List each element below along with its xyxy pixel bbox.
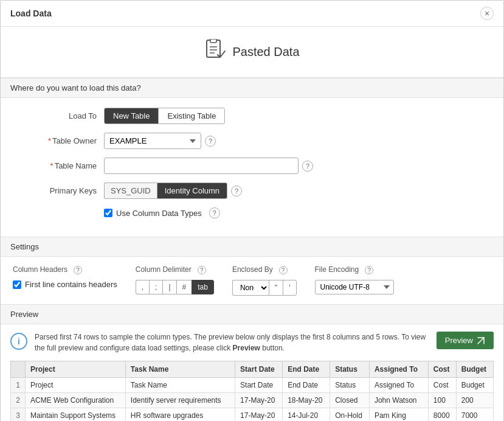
row-3-budget: 7000 [456,408,493,422]
table-row: 2 ACME Web Configuration Identify server… [11,393,494,408]
use-column-data-types-help-icon[interactable]: ? [209,207,220,218]
table-owner-required: * [48,136,51,145]
use-column-data-types-checkbox[interactable] [104,209,112,217]
row-2-taskname: Identify server requirements [125,393,235,408]
enclosed-dquote-btn[interactable]: " [269,280,283,296]
row-1-status: Status [330,378,370,393]
enclosed-select[interactable]: None " ' [232,280,269,296]
row-1-budget: Budget [456,378,493,393]
col-header-budget: Budget [456,361,493,378]
col-header-status: Status [330,361,370,378]
preview-info-text: Parsed first 74 rows to sample the colum… [35,332,429,353]
pasted-data-header: Pasted Data [1,27,503,78]
column-headers-checkbox-label: First line contains headers [25,280,117,289]
primary-keys-help-icon[interactable]: ? [231,186,242,197]
col-header-taskname: Task Name [125,361,235,378]
column-headers-help-icon[interactable]: ? [74,266,82,274]
primary-keys-group: SYS_GUID Identity Column [104,183,227,199]
use-column-data-types-checkbox-row: Use Column Data Types ? [104,207,220,218]
preview-button[interactable]: Preview [437,332,494,349]
close-button[interactable]: × [480,7,494,20]
row-3-num: 3 [11,408,26,422]
row-1-taskname: Task Name [125,378,235,393]
enclosed-group: None " ' " ' [232,280,297,296]
pasted-data-title: Pasted Data [232,45,299,59]
enclosed-squote-btn[interactable]: ' [283,280,296,296]
load-data-dialog: Load Data × Pasted Data Where do you wan… [0,0,504,421]
preview-info-box: i Parsed first 74 rows to sample the col… [10,332,494,353]
delim-hash[interactable]: # [176,280,192,294]
form-section: Load To New Table Existing Table *Table … [1,98,503,237]
col-header-project: Project [26,361,126,378]
file-encoding-label-row: File Encoding ? [315,265,394,275]
load-to-tab-group: New Table Existing Table [104,108,225,124]
pk-sys-guid: SYS_GUID [104,183,157,199]
row-2-project: ACME Web Configuration [26,393,126,408]
row-3-assignedto: Pam King [369,408,428,422]
table-name-help-icon[interactable]: ? [302,161,313,172]
delim-tab[interactable]: tab [192,280,214,294]
pasted-data-icon [204,39,226,65]
preview-table: Project Task Name Start Date End Date St… [10,361,494,421]
pk-identity-column-btn[interactable]: Identity Column [157,183,227,199]
col-header-assignedto: Assigned To [369,361,428,378]
enclosed-by-help-icon[interactable]: ? [279,266,288,274]
row-3-project: Maintain Support Systems [26,408,126,422]
column-delimiter-label: Column Delimiter [136,265,192,274]
settings-section-label: Settings [10,242,39,251]
load-to-label: Load To [13,111,104,120]
delim-comma[interactable]: , [136,280,149,294]
dialog-title: Load Data [10,9,52,18]
row-1-cost: Cost [428,378,456,393]
use-column-data-types-label: Use Column Data Types [116,209,202,218]
row-3-taskname: HR software upgrades [125,408,235,422]
svg-rect-1 [210,39,216,43]
primary-keys-row: Primary Keys SYS_GUID Identity Column ? [13,183,491,199]
row-2-assignedto: John Watson [369,393,428,408]
preview-inner: i Parsed first 74 rows to sample the col… [1,324,503,421]
column-headers-checkbox[interactable] [13,280,21,289]
where-section-bar: Where do you want to load this data? [1,78,503,98]
row-3-status: On-Hold [330,408,370,422]
row-3-cost: 8000 [428,408,456,422]
col-header-rownum [11,361,26,378]
table-name-input[interactable] [104,158,299,174]
file-encoding-col: File Encoding ? Unicode UTF-8 ASCII UTF-… [315,265,394,294]
row-1-startdate: Start Date [235,378,283,393]
column-headers-label-row: Column Headers ? [13,265,117,275]
table-owner-help-icon[interactable]: ? [205,136,216,147]
existing-table-tab[interactable]: Existing Table [159,108,224,124]
row-2-enddate: 18-May-20 [283,393,330,408]
row-2-budget: 200 [456,393,493,408]
info-icon: i [10,333,27,350]
preview-bold: Preview [233,344,260,352]
table-owner-label: *Table Owner [13,136,104,145]
enclosed-by-label-row: Enclosed By ? [232,265,297,275]
table-name-row: *Table Name ? [13,158,491,174]
table-owner-select[interactable]: EXAMPLE PUBLIC SYSTEM [104,133,201,149]
file-encoding-label: File Encoding [315,265,359,274]
column-headers-label: Column Headers [13,265,67,274]
dialog-title-bar: Load Data × [1,1,503,27]
row-3-enddate: 14-Jul-20 [283,408,330,422]
table-row: 1 Project Task Name Start Date End Date … [11,378,494,393]
settings-section-bar: Settings [1,237,503,257]
enclosed-by-label: Enclosed By [232,265,273,274]
column-delimiter-help-icon[interactable]: ? [198,266,206,274]
file-encoding-select[interactable]: Unicode UTF-8 ASCII UTF-16 [315,280,394,294]
settings-grid: Column Headers ? First line contains hea… [13,265,491,296]
file-encoding-help-icon[interactable]: ? [365,266,373,274]
delimiter-group: , ; | # tab [136,280,214,294]
table-name-label: *Table Name [13,161,104,170]
row-1-project: Project [26,378,126,393]
row-2-startdate: 17-May-20 [235,393,283,408]
primary-keys-label: Primary Keys [13,186,104,195]
table-row: 3 Maintain Support Systems HR software u… [11,408,494,422]
row-1-enddate: End Date [283,378,330,393]
delim-semicolon[interactable]: ; [149,280,162,294]
row-3-startdate: 17-May-20 [235,408,283,422]
delim-pipe[interactable]: | [162,280,176,294]
use-column-data-types-row: Use Column Data Types ? [13,207,491,218]
row-1-assignedto: Assigned To [369,378,428,393]
new-table-tab[interactable]: New Table [105,108,159,124]
